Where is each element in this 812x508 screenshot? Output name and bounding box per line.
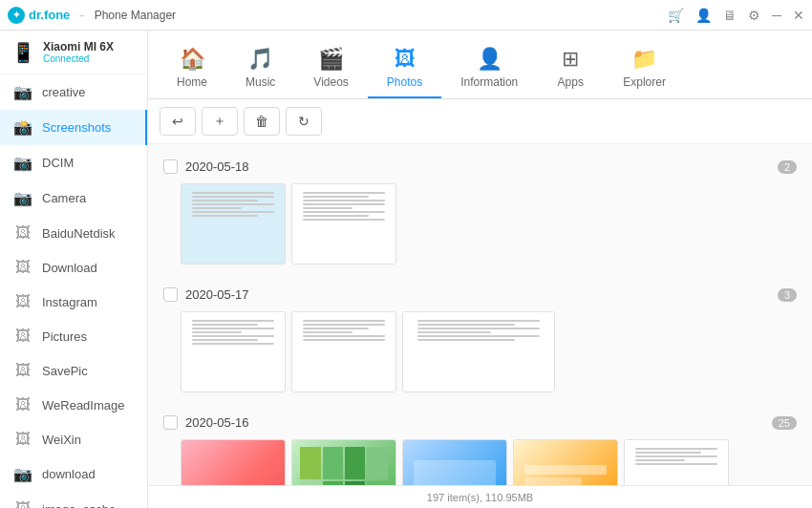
tab-videos[interactable]: 🎬 Videos <box>294 39 367 98</box>
checkbox-2020-05-17[interactable] <box>163 287 178 302</box>
sidebar-item-download2[interactable]: 📷download <box>0 456 147 492</box>
date-header-left: 2020-05-16 <box>163 415 249 430</box>
thumbnails-row-2020-05-18 <box>160 180 801 272</box>
download2-icon: 📷 <box>13 465 32 483</box>
sidebar-item-label-weixin: WeiXin <box>42 433 81 447</box>
instagram-icon: 🖼 <box>13 293 32 310</box>
creative-icon: 📷 <box>13 83 32 101</box>
pictures-icon: 🖼 <box>13 328 32 345</box>
apps-tab-label: Apps <box>558 75 584 89</box>
device-icon: 📱 <box>11 41 35 64</box>
date-header-2020-05-18: 2020-05-18 2 <box>160 154 801 180</box>
sidebar-item-label-screenshots: Screenshots <box>42 120 111 135</box>
count-badge-2020-05-18: 2 <box>778 160 797 174</box>
sidebar-item-creative[interactable]: 📷creative <box>0 74 147 110</box>
device-info: Xiaomi MI 6X Connected <box>43 40 114 64</box>
count-badge-2020-05-16: 25 <box>772 416 797 430</box>
photo-list[interactable]: 2020-05-18 2 <box>148 144 812 485</box>
toolbar: ↩ ＋ 🗑 ↻ <box>148 99 812 144</box>
tab-home[interactable]: 🏠 Home <box>158 39 226 98</box>
date-label-2020-05-18: 2020-05-18 <box>185 159 249 174</box>
videos-tab-label: Videos <box>313 75 348 89</box>
thumb-item[interactable] <box>291 311 396 392</box>
music-tab-icon: 🎵 <box>247 47 273 72</box>
screenshots-icon: 📸 <box>13 118 32 137</box>
home-tab-icon: 🏠 <box>180 47 205 72</box>
music-tab-label: Music <box>246 75 275 89</box>
thumb-item[interactable] <box>624 439 729 485</box>
sidebar-item-pictures[interactable]: 🖼Pictures <box>0 319 147 353</box>
nav-tabs: 🏠 Home 🎵 Music 🎬 Videos 🖼 Photos 👤 Infor… <box>148 31 812 99</box>
information-tab-icon: 👤 <box>477 47 502 72</box>
thumb-item[interactable] <box>181 183 286 265</box>
import-button[interactable]: ↩ <box>160 107 196 136</box>
minimize-button[interactable]: ─ <box>772 8 781 23</box>
tab-music[interactable]: 🎵 Music <box>226 39 294 98</box>
date-label-2020-05-17: 2020-05-17 <box>185 287 249 302</box>
date-group-2020-05-16: 2020-05-16 25 图片内容 <box>160 410 801 485</box>
sidebar-item-wereadimage[interactable]: 🖼WeReadImage <box>0 388 147 422</box>
photos-tab-label: Photos <box>387 75 422 89</box>
thumb-item[interactable] <box>291 183 396 265</box>
checkbox-2020-05-16[interactable] <box>163 415 178 430</box>
baidunetdisk-icon: 🖼 <box>13 224 32 242</box>
thumbnails-row-2020-05-16: 图片内容 <box>160 435 801 485</box>
sidebar-item-download[interactable]: 🖼Download <box>0 250 147 285</box>
download-icon: 🖼 <box>13 259 32 276</box>
sidebar-item-camera[interactable]: 📷Camera <box>0 180 147 216</box>
date-header-2020-05-17: 2020-05-17 3 <box>160 282 801 307</box>
sidebar-item-instagram[interactable]: 🖼Instagram <box>0 285 147 319</box>
date-header-left: 2020-05-17 <box>163 287 249 302</box>
device-status: Connected <box>43 53 114 64</box>
app-logo: ✦ dr.fone <box>8 7 70 24</box>
thumb-item[interactable] <box>402 311 555 392</box>
delete-button[interactable]: 🗑 <box>244 107 280 136</box>
sidebar-item-dcim[interactable]: 📷DCIM <box>0 145 147 180</box>
device-header: 📱 Xiaomi MI 6X Connected <box>0 31 147 74</box>
settings-icon[interactable]: ⚙ <box>748 8 760 23</box>
app-title: Phone Manager <box>95 9 176 22</box>
cart-icon[interactable]: 🛒 <box>668 8 684 23</box>
information-tab-label: Information <box>460 75 518 89</box>
sidebar-item-screenshots[interactable]: 📸Screenshots <box>0 110 147 145</box>
tab-apps[interactable]: ⊞ Apps <box>537 39 604 98</box>
monitor-icon[interactable]: 🖥 <box>723 8 737 23</box>
sidebar-item-label-image_cache: image_cache <box>42 502 116 509</box>
sidebar-item-baidunetdisk[interactable]: 🖼BaiduNetdisk <box>0 216 147 250</box>
sidebar-item-label-camera: Camera <box>42 191 86 205</box>
sidebar-item-label-wereadimage: WeReadImage <box>42 398 124 413</box>
count-badge-2020-05-17: 3 <box>778 288 797 302</box>
thumb-item[interactable] <box>291 439 396 485</box>
home-tab-label: Home <box>177 75 207 89</box>
date-group-2020-05-17: 2020-05-17 3 <box>160 282 801 400</box>
content-area: 🏠 Home 🎵 Music 🎬 Videos 🖼 Photos 👤 Infor… <box>148 31 812 508</box>
sidebar-item-label-pictures: Pictures <box>42 329 87 344</box>
tab-photos[interactable]: 🖼 Photos <box>368 39 441 98</box>
title-sep: - <box>79 7 84 24</box>
tab-information[interactable]: 👤 Information <box>441 39 537 98</box>
tab-explorer[interactable]: 📁 Explorer <box>604 39 685 98</box>
title-bar-left: ✦ dr.fone - Phone Manager <box>8 7 176 24</box>
thumb-item[interactable] <box>513 439 618 485</box>
thumb-item[interactable] <box>402 439 507 485</box>
close-button[interactable]: ✕ <box>793 8 804 23</box>
status-bar: 197 item(s), 110.95MB <box>148 485 812 508</box>
sidebar: 📱 Xiaomi MI 6X Connected 📷creative📸Scree… <box>0 31 148 508</box>
sidebar-item-weixin[interactable]: 🖼WeiXin <box>0 422 147 456</box>
savepic-icon: 🖼 <box>13 362 32 379</box>
date-label-2020-05-16: 2020-05-16 <box>185 415 249 430</box>
title-bar: ✦ dr.fone - Phone Manager 🛒 👤 🖥 ⚙ ─ ✕ <box>0 0 812 31</box>
add-button[interactable]: ＋ <box>202 107 238 136</box>
sidebar-items-container: 📷creative📸Screenshots📷DCIM📷Camera🖼BaiduN… <box>0 74 147 508</box>
sidebar-item-label-baidunetdisk: BaiduNetdisk <box>42 226 116 241</box>
thumb-item[interactable] <box>181 311 286 392</box>
main-layout: 📱 Xiaomi MI 6X Connected 📷creative📸Scree… <box>0 31 812 508</box>
thumb-item[interactable]: 图片内容 <box>181 439 286 485</box>
user-icon[interactable]: 👤 <box>695 8 712 23</box>
thumbnails-row-2020-05-17 <box>160 307 801 400</box>
sidebar-item-savepic[interactable]: 🖼SavePic <box>0 353 147 388</box>
status-text: 197 item(s), 110.95MB <box>427 492 533 503</box>
sidebar-item-image_cache[interactable]: 🖼image_cache <box>0 492 147 508</box>
checkbox-2020-05-18[interactable] <box>163 159 178 174</box>
refresh-button[interactable]: ↻ <box>286 107 322 136</box>
